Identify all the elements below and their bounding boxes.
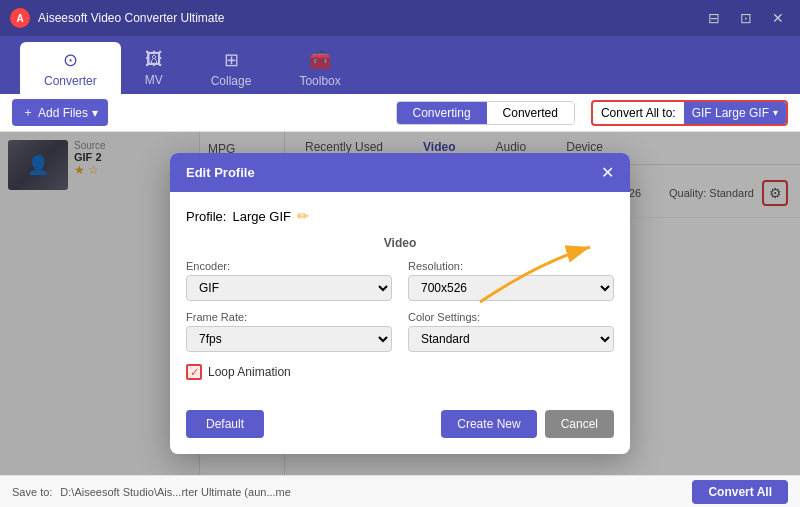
- close-btn[interactable]: ✕: [766, 8, 790, 28]
- default-button[interactable]: Default: [186, 410, 264, 438]
- status-tabs: Converting Converted: [396, 101, 575, 125]
- video-section-label: Video: [186, 236, 614, 250]
- edit-profile-icon[interactable]: ✏: [297, 208, 309, 224]
- encoder-select[interactable]: GIF: [186, 275, 392, 301]
- window-controls: ⊟ ⊡ ✕: [702, 8, 790, 28]
- nav-tab-collage[interactable]: ⊞ Collage: [187, 42, 276, 94]
- resolution-row: Resolution: 700x526: [408, 260, 614, 301]
- convert-all-value[interactable]: GIF Large GIF ▾: [684, 102, 786, 124]
- cancel-button[interactable]: Cancel: [545, 410, 614, 438]
- loop-animation-row: ✓ Loop Animation: [186, 364, 614, 380]
- main-content: ＋ Add Files ▾ Converting Converted Conve…: [0, 94, 800, 507]
- profile-value: Large GIF: [232, 209, 291, 224]
- create-new-button[interactable]: Create New: [441, 410, 536, 438]
- mv-icon: 🖼: [145, 49, 163, 70]
- encoder-label: Encoder:: [186, 260, 392, 272]
- convert-all-button[interactable]: Convert All: [692, 480, 788, 504]
- nav-tab-converter-label: Converter: [44, 74, 97, 88]
- converting-tab[interactable]: Converting: [397, 102, 487, 124]
- modal-body: Profile: Large GIF ✏ Video Encoder: GIF: [170, 192, 630, 410]
- toolbox-icon: 🧰: [309, 49, 331, 71]
- bottom-bar: Save to: D:\Aiseesoft Studio\Ais...rter …: [0, 475, 800, 507]
- app-title: Aiseesoft Video Converter Ultimate: [38, 11, 702, 25]
- modal-title: Edit Profile: [186, 165, 255, 180]
- resolution-label: Resolution:: [408, 260, 614, 272]
- color-label: Color Settings:: [408, 311, 614, 323]
- modal-footer: Default Create New Cancel: [170, 410, 630, 454]
- nav-tab-toolbox[interactable]: 🧰 Toolbox: [275, 42, 364, 94]
- add-files-button[interactable]: ＋ Add Files ▾: [12, 99, 108, 126]
- nav-tab-toolbox-label: Toolbox: [299, 74, 340, 88]
- profile-row: Profile: Large GIF ✏: [186, 208, 614, 224]
- convert-all-label: Convert All to:: [593, 102, 684, 124]
- nav-tab-converter[interactable]: ⊙ Converter: [20, 42, 121, 94]
- convert-all-selector: Convert All to: GIF Large GIF ▾: [591, 100, 788, 126]
- modal-overlay: Edit Profile ✕ Profile: Large GIF ✏ Vide…: [0, 132, 800, 475]
- color-select[interactable]: Standard: [408, 326, 614, 352]
- nav-tab-collage-label: Collage: [211, 74, 252, 88]
- plus-icon: ＋: [22, 104, 34, 121]
- loop-label: Loop Animation: [208, 365, 291, 379]
- modal-close-button[interactable]: ✕: [601, 163, 614, 182]
- toolbar: ＋ Add Files ▾ Converting Converted Conve…: [0, 94, 800, 132]
- app-logo: A: [10, 8, 30, 28]
- framerate-select[interactable]: 7fps: [186, 326, 392, 352]
- nav-tab-mv[interactable]: 🖼 MV: [121, 42, 187, 94]
- collage-icon: ⊞: [224, 49, 239, 71]
- action-buttons: Create New Cancel: [441, 410, 614, 438]
- modal-header: Edit Profile ✕: [170, 153, 630, 192]
- profile-label: Profile:: [186, 209, 226, 224]
- save-path: D:\Aiseesoft Studio\Ais...rter Ultimate …: [60, 486, 290, 498]
- dropdown-arrow-icon: ▾: [92, 106, 98, 120]
- titlebar: A Aiseesoft Video Converter Ultimate ⊟ ⊡…: [0, 0, 800, 36]
- converted-tab[interactable]: Converted: [487, 102, 574, 124]
- restore-btn[interactable]: ⊡: [734, 8, 758, 28]
- loop-checkbox[interactable]: ✓: [186, 364, 202, 380]
- edit-profile-modal: Edit Profile ✕ Profile: Large GIF ✏ Vide…: [170, 153, 630, 454]
- encoder-row: Encoder: GIF: [186, 260, 392, 301]
- form-grid: Encoder: GIF Resolution: 700x526: [186, 260, 614, 352]
- content-area: 👤 Source GIF 2 ★ ☆ MPG FLV F4V SWF AMV M…: [0, 132, 800, 475]
- color-row: Color Settings: Standard: [408, 311, 614, 352]
- navbar: ⊙ Converter 🖼 MV ⊞ Collage 🧰 Toolbox: [0, 36, 800, 94]
- save-to-label: Save to:: [12, 486, 52, 498]
- converter-icon: ⊙: [63, 49, 78, 71]
- resolution-select[interactable]: 700x526: [408, 275, 614, 301]
- nav-tab-mv-label: MV: [145, 73, 163, 87]
- convert-all-dropdown-icon: ▾: [773, 107, 778, 118]
- add-files-label: Add Files: [38, 106, 88, 120]
- minimize-btn[interactable]: ⊟: [702, 8, 726, 28]
- framerate-row: Frame Rate: 7fps: [186, 311, 392, 352]
- framerate-label: Frame Rate:: [186, 311, 392, 323]
